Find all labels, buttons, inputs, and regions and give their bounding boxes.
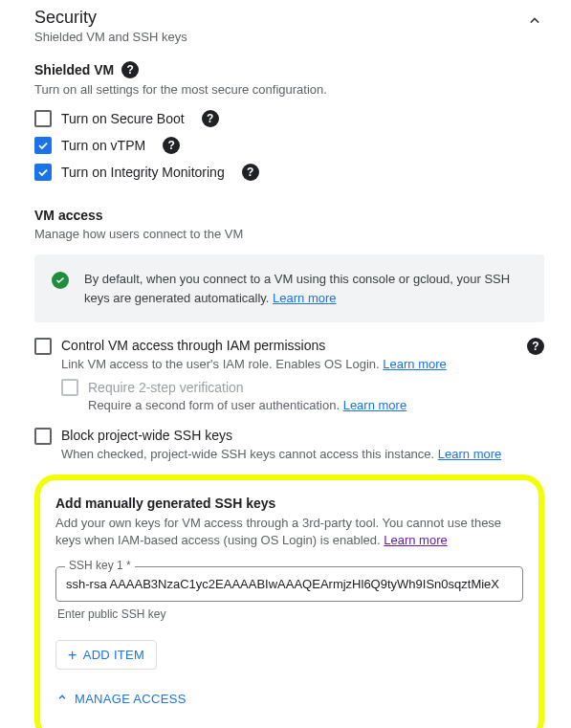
block-ssh-desc: When checked, project-wide SSH keys cann… (61, 447, 438, 461)
vm-access-hint: Manage how users connect to the VM (34, 227, 544, 241)
iam-label: Control VM access through IAM permission… (61, 338, 325, 353)
iam-checkbox[interactable] (34, 338, 52, 355)
shielded-hint: Turn on all settings for the most secure… (34, 82, 544, 97)
iam-desc: Link VM access to the user's IAM role. E… (61, 357, 383, 371)
manage-access-label: MANAGE ACCESS (75, 692, 187, 706)
plus-icon: + (68, 650, 77, 661)
help-icon[interactable]: ? (163, 137, 180, 154)
ssh-field-label: SSH key 1 * (65, 559, 135, 572)
secure-boot-label: Turn on Secure Boot (61, 111, 185, 126)
help-icon[interactable]: ? (242, 164, 259, 181)
two-step-label: Require 2-step verification (88, 380, 244, 395)
block-ssh-label: Block project-wide SSH keys (61, 428, 232, 443)
ssh-learn-more-link[interactable]: Learn more (384, 533, 447, 547)
vtpm-label: Turn on vTPM (61, 138, 145, 153)
vtpm-checkbox[interactable] (34, 137, 52, 154)
check-circle-icon (52, 272, 69, 289)
info-box: By default, when you connect to a VM usi… (34, 254, 544, 322)
chevron-up-icon (525, 11, 544, 31)
manage-access-button[interactable]: MANAGE ACCESS (55, 691, 523, 707)
add-item-button[interactable]: + ADD ITEM (55, 640, 157, 670)
integrity-label: Turn on Integrity Monitoring (61, 165, 225, 180)
block-ssh-learn-more-link[interactable]: Learn more (438, 447, 501, 461)
chevron-up-icon (55, 691, 69, 707)
integrity-checkbox[interactable] (34, 164, 52, 181)
section-subtitle: Shielded VM and SSH keys (34, 30, 187, 44)
ssh-highlight-region: Add manually generated SSH keys Add your… (34, 474, 544, 728)
section-title: Security (34, 8, 187, 28)
info-learn-more-link[interactable]: Learn more (273, 291, 336, 305)
ssh-heading: Add manually generated SSH keys (55, 496, 523, 511)
two-step-desc: Require a second form of user authentica… (88, 398, 343, 412)
help-icon[interactable]: ? (527, 338, 544, 355)
vm-access-heading: VM access (34, 208, 544, 223)
two-step-checkbox (61, 379, 78, 396)
secure-boot-checkbox[interactable] (34, 110, 52, 127)
help-icon[interactable]: ? (121, 61, 139, 78)
shielded-vm-heading: Shielded VM (34, 62, 114, 77)
iam-learn-more-link[interactable]: Learn more (383, 357, 446, 371)
ssh-field-hint: Enter public SSH key (57, 607, 523, 621)
block-ssh-checkbox[interactable] (34, 428, 52, 445)
security-section-header[interactable]: Security Shielded VM and SSH keys (34, 8, 544, 44)
help-icon[interactable]: ? (202, 110, 219, 127)
add-item-label: ADD ITEM (83, 648, 145, 662)
two-step-learn-more-link[interactable]: Learn more (343, 398, 406, 412)
